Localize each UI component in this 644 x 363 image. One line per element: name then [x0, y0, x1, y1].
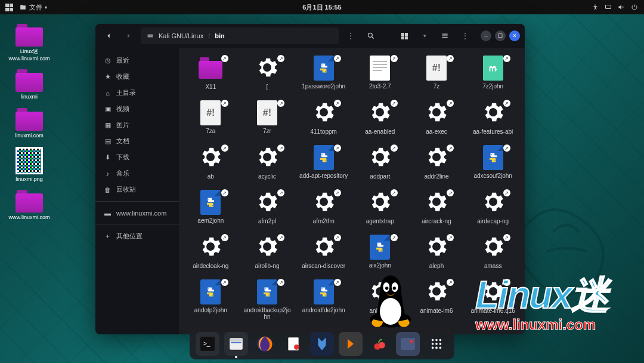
dock-firefox[interactable]	[253, 332, 277, 356]
files-icon	[19, 4, 27, 11]
path-menu-button[interactable]: ⋮	[342, 27, 359, 44]
file-item[interactable]: ↗airdecap-ng	[467, 187, 519, 229]
folder-icon	[16, 69, 43, 92]
sidebar-item[interactable]: ▤文档	[95, 133, 179, 149]
file-item[interactable]: ↗agentxtrap	[354, 187, 406, 229]
file-item[interactable]: ↗airscan-discover	[298, 232, 349, 274]
file-item[interactable]: ↗amass	[467, 232, 519, 274]
file-item[interactable]: ↗aleph	[411, 232, 463, 274]
file-item[interactable]: ↗X11	[185, 53, 237, 95]
search-button[interactable]	[363, 27, 379, 44]
dock-files[interactable]	[224, 332, 248, 356]
dock-apps[interactable]	[425, 332, 448, 356]
kebab-menu[interactable]: ⋮	[457, 27, 473, 44]
file-item[interactable]: ↗afm2pl	[242, 187, 293, 229]
sidebar-item[interactable]: ♪音乐	[95, 165, 179, 182]
file-item[interactable]: ↗aem2john	[185, 187, 237, 229]
file-item[interactable]: ↗animate-im6.q16	[467, 276, 519, 325]
python-icon	[200, 190, 221, 215]
svg-rect-2	[148, 35, 153, 38]
file-item[interactable]: ↗acyclic	[242, 142, 293, 184]
file-item[interactable]: ↗animate	[354, 276, 406, 325]
file-item[interactable]: ↗andotp2john	[185, 276, 237, 325]
sidebar-item[interactable]: ⌂主目录	[95, 85, 179, 101]
sidebar-item[interactable]: 🗑回收站	[95, 182, 179, 198]
file-item[interactable]: ↗#!7zr	[242, 97, 293, 140]
view-grid-button[interactable]	[396, 27, 413, 44]
app-menu[interactable]: 文件 ▾	[19, 3, 47, 12]
desktop-item[interactable]: www.linuxmi.com	[8, 190, 50, 222]
file-item[interactable]: ↗androidbackup2john	[242, 276, 293, 325]
activities-icon[interactable]	[5, 3, 13, 11]
screen-icon[interactable]	[605, 4, 612, 11]
sidebar-item[interactable]: ＋其他位置	[95, 228, 179, 244]
path-bar[interactable]: Kali GNU/Linux / bin	[141, 27, 339, 44]
sidebar-item[interactable]: ★收藏	[95, 69, 179, 85]
file-label: animate-im6	[412, 307, 462, 314]
file-item[interactable]: ↗aircrack-ng	[411, 187, 463, 229]
desktop-item[interactable]: Linux迷 www.linuxmi.com	[8, 24, 50, 62]
sidebar-item[interactable]: ▦图片	[95, 117, 179, 133]
dock-cherrytree[interactable]	[367, 332, 391, 356]
sidebar-item[interactable]: ▬www.linuxmi.com	[95, 205, 179, 220]
file-item[interactable]: ↗7z2john	[467, 53, 519, 95]
svg-point-14	[209, 288, 210, 290]
accessibility-icon[interactable]	[592, 4, 599, 11]
close-button[interactable]: ✕	[509, 30, 520, 41]
file-label: 7za	[186, 128, 236, 134]
dock-burp[interactable]	[339, 332, 363, 356]
sidebar-item[interactable]: ⬇下载	[95, 149, 179, 165]
sidebar-item[interactable]: ▣视频	[95, 101, 179, 117]
dock-metasploit[interactable]	[310, 332, 334, 356]
power-icon[interactable]	[631, 4, 638, 11]
dock-editor[interactable]	[281, 332, 305, 356]
file-item[interactable]: ↗animate-im6	[411, 276, 463, 325]
file-item[interactable]: ↗adxcsouf2john	[467, 142, 519, 184]
back-button[interactable]	[100, 27, 117, 44]
clock[interactable]: 6月1日 15:55	[302, 3, 341, 12]
script-icon: #!	[426, 56, 447, 81]
file-item[interactable]: ↗[	[242, 53, 293, 95]
svg-point-0	[595, 5, 596, 6]
file-item[interactable]: ↗411toppm	[298, 97, 349, 140]
gear-icon	[311, 189, 337, 216]
svg-rect-1	[606, 5, 611, 9]
file-item[interactable]: ↗#!7za	[185, 97, 237, 140]
file-item[interactable]: ↗#!7z	[411, 53, 463, 95]
view-dropdown[interactable]: ▾	[416, 27, 433, 44]
file-item[interactable]: ↗airolib-ng	[242, 232, 293, 274]
file-item[interactable]: ↗airdecloak-ng	[185, 232, 237, 274]
sidebar-item-label: 视频	[116, 104, 129, 113]
desktop-item[interactable]: linuxmi.png	[8, 147, 50, 183]
maximize-button[interactable]: ☐	[495, 30, 506, 41]
file-item[interactable]: ↗androidfde2john	[298, 276, 349, 325]
file-item[interactable]: ↗ab	[185, 142, 237, 184]
file-item[interactable]: ↗1password2john	[298, 53, 349, 95]
gear-icon	[254, 234, 280, 260]
sidebar-item-label: 图片	[116, 121, 129, 130]
desktop-item[interactable]: linuxmi.com	[8, 108, 50, 140]
svg-point-39	[435, 339, 438, 342]
minimize-button[interactable]: –	[481, 30, 491, 41]
sidebar-item[interactable]: ◷最近	[95, 53, 179, 69]
gear-icon	[367, 189, 393, 216]
file-label: aa-exec	[412, 128, 462, 135]
file-label: airdecloak-ng	[186, 263, 236, 269]
gear-icon	[254, 189, 280, 216]
desktop-item[interactable]: linuxmi	[8, 69, 50, 101]
file-item[interactable]: ↗afm2tfm	[298, 187, 349, 229]
file-item[interactable]: ↗2to3-2.7	[354, 53, 406, 95]
file-item[interactable]: ↗add-apt-repository	[298, 142, 349, 184]
file-item[interactable]: ↗aa-features-abi	[467, 97, 519, 140]
hamburger-menu[interactable]	[436, 27, 453, 44]
file-item[interactable]: ↗aix2john	[354, 232, 406, 274]
file-item[interactable]: ↗aa-exec	[411, 97, 463, 140]
forward-button[interactable]	[120, 27, 137, 44]
volume-icon[interactable]	[618, 4, 625, 11]
file-item[interactable]: ↗addr2line	[411, 142, 463, 184]
file-content-area[interactable]: ↗X11↗[↗1password2john↗2to3-2.7↗#!7z↗7z2j…	[179, 48, 525, 334]
dock-recorder[interactable]	[396, 332, 420, 356]
file-item[interactable]: ↗aa-enabled	[354, 97, 406, 140]
dock-terminal[interactable]: >_	[196, 332, 219, 356]
file-item[interactable]: ↗addpart	[354, 142, 406, 184]
